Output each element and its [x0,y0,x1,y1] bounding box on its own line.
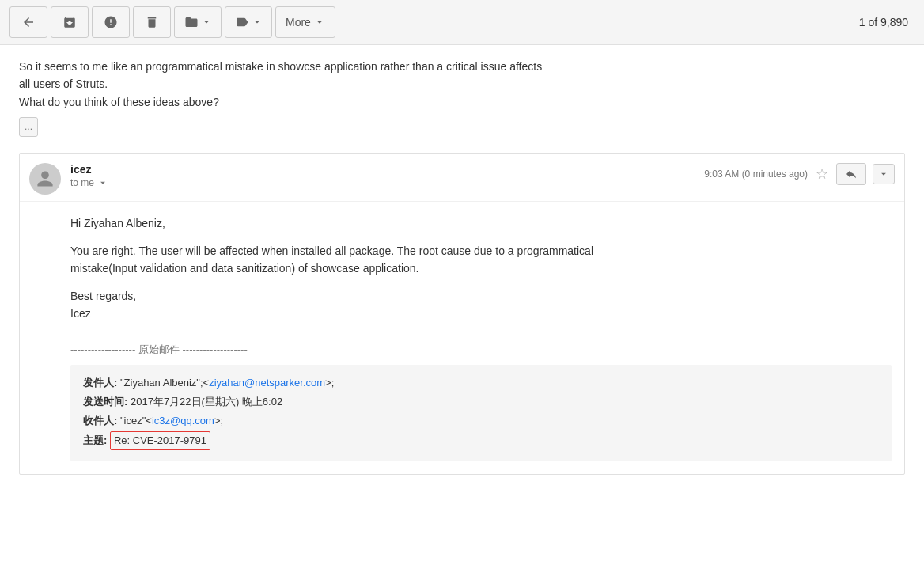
quoted-time-value: 2017年7月22日(星期六) 晚上6:02 [131,396,282,407]
message-block: icez to me 9:03 AM (0 minutes ago) ☆ [19,153,905,475]
folder-icon [184,15,199,29]
reply-button[interactable] [836,163,866,185]
quoted-from-email-link[interactable]: ziyahan@netsparker.com [209,377,325,389]
reply-icon [845,168,858,180]
prev-line3: What do you think of these ideas above? [19,93,905,111]
quoted-to: 收件人: "icez"<ic3z@qq.com>; [83,412,879,430]
message-more-button[interactable] [873,164,895,184]
more-chevron-icon [314,17,325,28]
quoted-divider: ------------------- 原始邮件 ---------------… [70,342,892,358]
header-right: 9:03 AM (0 minutes ago) ☆ [704,163,895,185]
label-chevron-icon [252,17,262,27]
more-button[interactable]: More [275,6,335,38]
email-count: 1 of 9,890 [859,16,915,28]
delete-button[interactable] [133,6,171,38]
message-more-icon [878,169,889,180]
archive-icon [62,15,77,29]
star-button[interactable]: ☆ [814,164,830,184]
quoted-to-name: "icez" [120,415,146,426]
back-icon [21,15,36,29]
quoted-subject: 主题: Re: CVE-2017-9791 [83,431,879,450]
archive-button[interactable] [51,6,89,38]
quoted-subject-value: Re: CVE-2017-9791 [110,431,210,450]
avatar-icon [36,169,55,188]
spam-button[interactable] [92,6,130,38]
quoted-box: 发件人: "Ziyahan Albeniz";<ziyahan@netspark… [70,365,892,461]
sender-info: icez to me [70,163,695,188]
avatar [29,163,61,195]
delete-icon [145,15,159,29]
quoted-time: 发送时间: 2017年7月22日(星期六) 晚上6:02 [83,393,879,411]
timestamp: 9:03 AM (0 minutes ago) [704,169,808,180]
more-label: More [286,16,311,28]
greeting: Hi Ziyahan Albeniz, [70,214,892,232]
to-label: to me [70,177,94,188]
quoted-from-name: "Ziyahan Albeniz" [120,377,200,389]
quoted-section: ------------------- 原始邮件 ---------------… [70,332,892,461]
back-button[interactable] [9,6,47,38]
message-header: icez to me 9:03 AM (0 minutes ago) ☆ [20,154,904,202]
signature: Best regards, Icez [70,287,892,323]
quoted-time-label: 发送时间: [83,396,127,407]
quoted-from-label: 发件人: [83,377,117,389]
move-chevron-icon [202,17,211,27]
prev-line1: So it seems to me like an programmatical… [19,58,905,93]
body-paragraph: You are right. The user will be affected… [70,242,892,278]
to-dropdown[interactable] [97,177,108,188]
toolbar: More 1 of 9,890 [0,0,924,45]
label-button[interactable] [225,6,272,38]
expand-button[interactable]: ... [19,117,38,137]
quoted-from: 发件人: "Ziyahan Albeniz";<ziyahan@netspark… [83,374,879,392]
move-button[interactable] [174,6,222,38]
quoted-to-email-link[interactable]: ic3z@qq.com [152,415,214,426]
spam-icon [104,15,118,29]
to-chevron-icon [97,177,108,188]
quoted-subject-label: 主题: [83,434,107,446]
message-body: Hi Ziyahan Albeniz, You are right. The u… [20,202,904,474]
sender-name: icez [70,163,695,176]
email-content: So it seems to me like an programmatical… [0,45,924,494]
quoted-to-label: 收件人: [83,415,117,426]
prev-message: So it seems to me like an programmatical… [19,45,905,143]
label-icon [235,15,249,29]
to-line: to me [70,177,695,188]
